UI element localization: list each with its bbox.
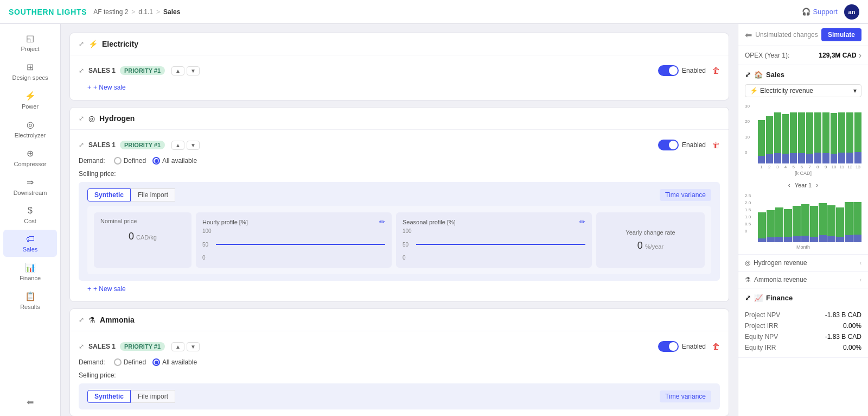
hydrogen-sales-collapse[interactable]: ⤢ <box>79 141 84 149</box>
ammonia-tab-synthetic[interactable]: Synthetic <box>87 390 131 403</box>
hydrogen-time-variance-btn[interactable]: Time variance <box>660 189 711 201</box>
simulate-button[interactable]: Simulate <box>821 28 861 41</box>
hydrogen-sales-controls: ▲ ▼ <box>171 141 200 150</box>
hydrogen-demand-radio-dot <box>155 159 158 163</box>
rp-electricity-revenue-chevron: ▾ <box>853 87 857 94</box>
hydrogen-tab-file-import[interactable]: File import <box>131 188 175 201</box>
hydrogen-demand-all-available-radio[interactable] <box>152 157 160 165</box>
ammonia-delete-btn[interactable]: 🗑 <box>712 342 720 351</box>
electricity-new-sale-plus: + <box>87 84 91 91</box>
rp-hydrogen-revenue-row[interactable]: ◎ Hydrogen revenue ‹ <box>738 255 868 272</box>
rp-electricity-revenue-select[interactable]: ⚡ Electricity revenue ▾ <box>745 84 861 97</box>
hydrogen-new-sale-btn[interactable]: + + New sale <box>87 281 720 295</box>
sidebar-item-finance[interactable]: 📊 Finance <box>3 258 57 286</box>
electricity-collapse-icon[interactable]: ⤢ <box>79 40 84 48</box>
ammonia-demand-defined-option[interactable]: Defined <box>114 358 146 366</box>
hydrogen-seasonal-yaxis: 100 50 0 <box>403 228 414 261</box>
collapse-sidebar-icon[interactable]: ⬅ <box>27 397 34 407</box>
sidebar-item-label-design-specs: Design specs <box>12 74 48 81</box>
hydrogen-enabled-toggle[interactable] <box>658 140 679 150</box>
sidebar-item-power[interactable]: ⚡ Power <box>3 86 57 114</box>
support-button[interactable]: 🎧 Support <box>802 8 838 16</box>
hydrogen-sales-up-btn[interactable]: ▲ <box>171 141 184 150</box>
ammonia-demand-defined-radio[interactable] <box>114 358 122 366</box>
hydrogen-demand-defined-radio[interactable] <box>114 157 122 165</box>
results-icon: 📋 <box>25 291 36 301</box>
rp-opex-row: OPEX (Year 1): 129,3M CAD › <box>738 46 868 65</box>
ammonia-icon: ⚗ <box>88 316 95 324</box>
breadcrumb-active: Sales <box>163 8 180 16</box>
ammonia-section-content: ⤢ SALES 1 PRIORITY #1 ▲ ▼ Enabled 🗑 <box>70 331 729 416</box>
rp-opex-chevron[interactable]: › <box>859 51 861 60</box>
hydrogen-hourly-edit-icon[interactable]: ✏ <box>379 218 385 226</box>
sidebar-item-design-specs[interactable]: ⊞ Design specs <box>3 58 57 85</box>
electricity-enabled-toggle[interactable] <box>658 65 679 76</box>
rp-equity-npv-value: -1.83 B CAD <box>825 333 861 341</box>
ammonia-demand-all-available-radio[interactable] <box>152 358 160 366</box>
hydrogen-title: Hydrogen <box>99 114 135 123</box>
sidebar-item-project[interactable]: ◱ Project <box>3 29 57 56</box>
hydrogen-sales-row: ⤢ SALES 1 PRIORITY #1 ▲ ▼ Enabled 🗑 <box>79 136 720 154</box>
ammonia-price-tabs-row: Synthetic File import Time variance <box>87 390 711 403</box>
electricity-sales-up-btn[interactable]: ▲ <box>171 66 184 75</box>
sidebar-item-electrolyzer[interactable]: ◎ Electrolyzer <box>3 115 57 143</box>
project-icon: ◱ <box>26 33 34 43</box>
hydrogen-section-content: ⤢ SALES 1 PRIORITY #1 ▲ ▼ Enabled 🗑 <box>70 130 729 301</box>
ammonia-enabled-toggle[interactable] <box>658 341 679 352</box>
rp-collapse-icon[interactable]: ⬅ <box>745 30 752 40</box>
hydrogen-seasonal-edit-icon[interactable]: ✏ <box>579 218 585 226</box>
rp-chart-selector: ⚡ Electricity revenue ▾ <box>738 82 868 102</box>
hydrogen-seasonal-chart-svg <box>416 228 585 261</box>
electricity-priority-badge: PRIORITY #1 <box>120 66 165 75</box>
electricity-sales-collapse[interactable]: ⤢ <box>79 67 84 74</box>
electrolyzer-icon: ◎ <box>27 119 34 130</box>
rp-lightning-icon: ⚡ <box>750 87 758 94</box>
sidebar-item-downstream[interactable]: ⇒ Downstream <box>3 173 57 200</box>
ammonia-tab-file-import[interactable]: File import <box>131 390 175 403</box>
hydrogen-demand-all-available-option[interactable]: All available <box>152 157 197 165</box>
ammonia-sales-row: ⤢ SALES 1 PRIORITY #1 ▲ ▼ Enabled 🗑 <box>79 338 720 355</box>
rp-ammonia-revenue-row[interactable]: ⚗ Ammonia revenue ‹ <box>738 272 868 288</box>
ammonia-demand-row: Demand: Defined All available <box>79 355 720 369</box>
ammonia-collapse-icon[interactable]: ⤢ <box>79 316 84 324</box>
electricity-delete-btn[interactable]: 🗑 <box>712 66 720 75</box>
rp-finance-collapse-icon[interactable]: ⤢ <box>745 294 751 302</box>
rp-finance-title: Finance <box>766 294 793 302</box>
topnav-left: SOUTHERN LIGHTS AF testing 2 > d.1.1 > S… <box>9 8 180 16</box>
ammonia-sales-down-btn[interactable]: ▼ <box>187 342 200 351</box>
ammonia-demand-label: Demand: <box>79 358 105 366</box>
ammonia-demand-all-available-option[interactable]: All available <box>152 358 197 366</box>
ammonia-sales-collapse[interactable]: ⤢ <box>79 343 84 350</box>
hydrogen-delete-btn[interactable]: 🗑 <box>712 141 720 149</box>
rp-electricity-revenue-label: Electricity revenue <box>760 87 813 94</box>
sidebar-item-sales[interactable]: 🏷 Sales <box>3 230 57 257</box>
rp-hydrogen-chevron-icon: ‹ <box>860 260 861 266</box>
avatar[interactable]: an <box>844 4 859 20</box>
sidebar-item-cost[interactable]: $ Cost <box>3 201 57 229</box>
hydrogen-hourly-profile-header: Hourly profile [%] ✏ <box>202 218 385 226</box>
hydrogen-nominal-price-unit: CAD/kg <box>136 234 157 241</box>
electricity-sales-down-btn[interactable]: ▼ <box>187 66 200 75</box>
sidebar-item-results[interactable]: 📋 Results <box>3 287 57 314</box>
hydrogen-tab-synthetic[interactable]: Synthetic <box>87 188 131 201</box>
rp-sales-section: ⤢ 🏠 Sales ⚡ Electricity revenue ▾ <box>738 65 868 255</box>
ammonia-demand-defined-label: Defined <box>124 358 146 366</box>
electricity-section: ⤢ ⚡ Electricity ⤢ SALES 1 PRIORITY #1 ▲ … <box>69 33 729 100</box>
rp-monthly-bar-chart: 2.5 2.0 1.5 1.0 0.5 0 Month <box>738 191 868 254</box>
breadcrumb-part2[interactable]: d.1.1 <box>138 8 153 16</box>
sidebar-item-compressor[interactable]: ⊕ Compressor <box>3 144 57 172</box>
breadcrumb-part1[interactable]: AF testing 2 <box>93 8 128 16</box>
electricity-section-content: ⤢ SALES 1 PRIORITY #1 ▲ ▼ Enabled 🗑 <box>70 55 729 100</box>
hydrogen-sales-down-btn[interactable]: ▼ <box>187 141 200 150</box>
hydrogen-collapse-icon[interactable]: ⤢ <box>79 115 84 122</box>
ammonia-time-variance-btn[interactable]: Time variance <box>660 390 711 402</box>
hydrogen-demand-defined-option[interactable]: Defined <box>114 157 146 165</box>
rp-project-irr-label: Project IRR <box>745 322 778 330</box>
ammonia-sales-up-btn[interactable]: ▲ <box>171 342 184 351</box>
hydrogen-price-grid: Nominal price 0 CAD/kg Hourly profile [%… <box>87 206 711 274</box>
rp-year-next-btn[interactable]: › <box>816 181 818 189</box>
hydrogen-seasonal-chart-inner <box>416 228 585 262</box>
rp-year-prev-btn[interactable]: ‹ <box>788 181 790 189</box>
rp-sales-collapse-icon[interactable]: ⤢ <box>745 71 751 79</box>
electricity-new-sale-btn[interactable]: + + New sale <box>87 79 720 93</box>
